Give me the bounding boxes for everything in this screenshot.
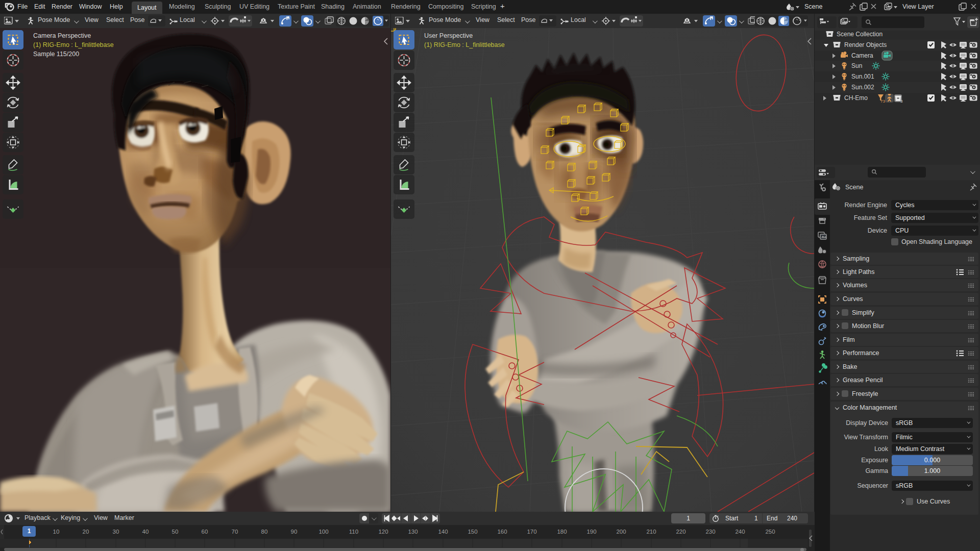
svg-text:40: 40: [142, 529, 149, 535]
svg-text:30: 30: [113, 529, 119, 535]
svg-text:110: 110: [349, 529, 358, 535]
svg-text:140: 140: [438, 529, 448, 535]
svg-text:220: 220: [676, 529, 685, 535]
svg-text:190: 190: [586, 529, 596, 535]
svg-text:10: 10: [53, 529, 60, 535]
svg-text:50: 50: [172, 529, 179, 535]
svg-text:120: 120: [378, 529, 388, 535]
svg-text:210: 210: [646, 529, 656, 535]
svg-text:230: 230: [705, 529, 715, 535]
svg-text:200: 200: [616, 529, 626, 535]
svg-text:250: 250: [765, 529, 775, 535]
svg-text:180: 180: [557, 529, 567, 535]
svg-text:60: 60: [202, 529, 208, 535]
svg-text:160: 160: [497, 529, 507, 535]
svg-text:130: 130: [408, 529, 418, 535]
svg-text:20: 20: [83, 529, 89, 535]
svg-text:70: 70: [232, 529, 238, 535]
svg-text:90: 90: [291, 529, 298, 535]
svg-text:80: 80: [261, 529, 268, 535]
svg-text:170: 170: [527, 529, 536, 535]
svg-text:100: 100: [318, 529, 328, 535]
svg-text:150: 150: [468, 529, 477, 535]
svg-text:240: 240: [735, 529, 745, 535]
